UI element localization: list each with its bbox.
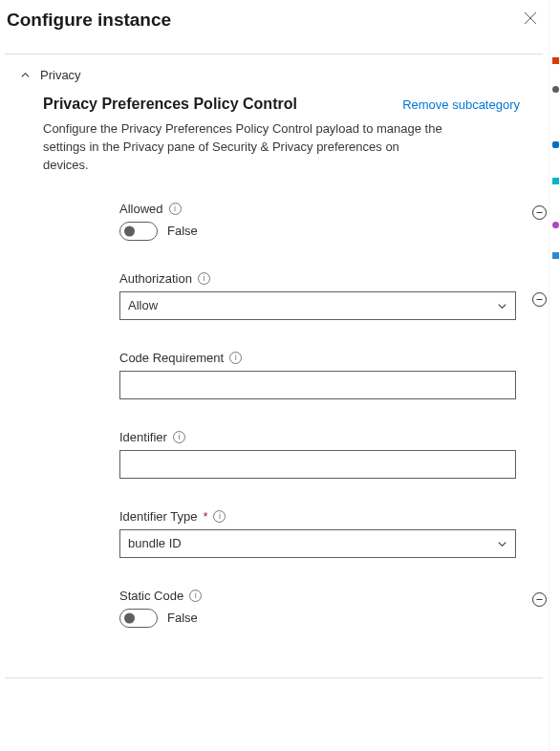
identifier-label: Identifier i — [119, 430, 516, 444]
static-code-value: False — [167, 611, 198, 625]
rail-marker-icon — [552, 141, 559, 148]
code-requirement-input[interactable] — [128, 372, 507, 398]
field-label-text: Authorization — [119, 271, 192, 286]
code-requirement-label: Code Requirement i — [119, 351, 516, 365]
field-label-text: Code Requirement — [119, 351, 224, 365]
panel: Configure instance Privacy Privacy Prefe… — [0, 0, 560, 678]
rail-marker-icon — [552, 252, 559, 259]
field-label-text: Allowed — [119, 202, 163, 216]
identifier-type-label: Identifier Type * i — [119, 509, 516, 524]
right-rail — [549, 0, 560, 751]
info-icon[interactable]: i — [173, 431, 185, 443]
identifier-type-value: bundle ID — [128, 536, 497, 550]
rail-marker-icon — [552, 86, 559, 93]
field-label-text: Identifier — [119, 430, 167, 444]
remove-field-icon[interactable] — [532, 205, 547, 220]
rail-marker-icon — [552, 178, 559, 184]
info-icon[interactable]: i — [213, 510, 226, 523]
identifier-field: Identifier i — [119, 430, 516, 479]
remove-subcategory-link[interactable]: Remove subcategory — [402, 97, 520, 112]
identifier-input[interactable] — [128, 451, 507, 478]
info-icon[interactable]: i — [198, 272, 210, 285]
remove-field-icon[interactable] — [532, 292, 547, 307]
close-icon[interactable] — [524, 11, 537, 25]
fields: Allowed i False Authorization i — [43, 202, 520, 628]
static-code-toggle[interactable] — [119, 609, 158, 628]
static-code-field: Static Code i False — [119, 589, 516, 628]
required-marker: * — [203, 509, 207, 524]
static-code-label: Static Code i — [119, 589, 516, 603]
allowed-value: False — [167, 224, 198, 238]
info-icon[interactable]: i — [169, 203, 182, 215]
section-header[interactable]: Privacy — [5, 54, 543, 96]
subcategory-title: Privacy Preferences Policy Control — [43, 96, 297, 113]
divider — [5, 677, 543, 678]
field-label-text: Static Code — [119, 589, 183, 603]
info-icon[interactable]: i — [229, 352, 242, 364]
code-requirement-field: Code Requirement i — [119, 351, 516, 399]
allowed-field: Allowed i False — [119, 202, 516, 241]
identifier-type-select[interactable]: bundle ID — [119, 529, 516, 558]
subcategory-description: Configure the Privacy Preferences Policy… — [43, 120, 444, 175]
authorization-field: Authorization i Allow — [119, 271, 516, 320]
subcategory-header: Privacy Preferences Policy Control Remov… — [43, 96, 520, 113]
authorization-value: Allow — [128, 298, 497, 312]
rail-marker-icon — [552, 57, 559, 64]
rail-marker-icon — [552, 222, 559, 228]
chevron-down-icon — [497, 538, 507, 548]
chevron-down-icon — [497, 300, 507, 311]
info-icon[interactable]: i — [189, 590, 202, 602]
identifier-type-field: Identifier Type * i bundle ID — [119, 509, 516, 558]
allowed-toggle[interactable] — [119, 222, 158, 241]
section-content: Privacy Preferences Policy Control Remov… — [5, 96, 543, 677]
allowed-label: Allowed i — [119, 202, 516, 216]
authorization-select[interactable]: Allow — [119, 291, 516, 320]
section-name: Privacy — [40, 68, 81, 82]
chevron-up-icon[interactable] — [20, 70, 31, 80]
panel-title: Configure instance — [5, 10, 543, 54]
field-label-text: Identifier Type — [119, 509, 197, 524]
authorization-label: Authorization i — [119, 271, 516, 286]
code-requirement-input-wrap[interactable] — [119, 371, 516, 399]
identifier-input-wrap[interactable] — [119, 450, 516, 479]
remove-field-icon[interactable] — [532, 592, 547, 607]
